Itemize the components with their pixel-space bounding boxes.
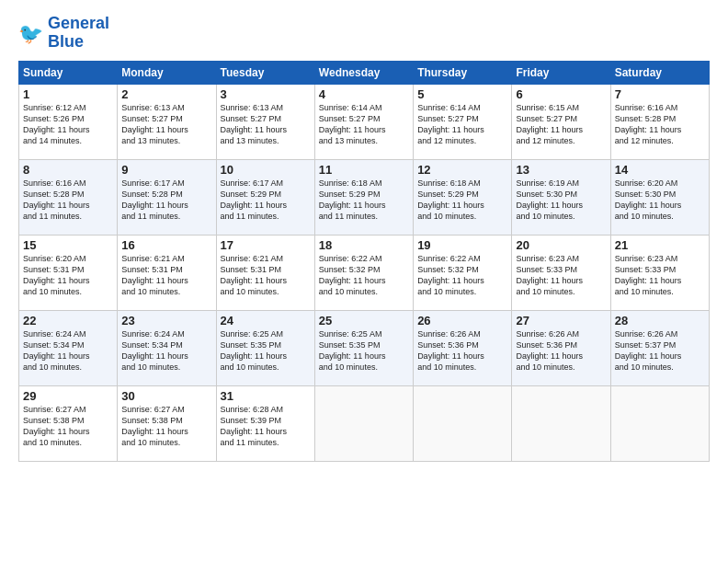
day-details: Sunrise: 6:18 AMSunset: 5:29 PMDaylight:…: [319, 178, 409, 223]
day-details: Sunrise: 6:16 AMSunset: 5:28 PMDaylight:…: [23, 178, 113, 223]
day-number: 31: [221, 389, 311, 403]
day-number: 2: [121, 87, 211, 101]
day-number: 22: [23, 314, 113, 327]
day-number: 4: [319, 87, 409, 101]
cal-cell-w0d6: 7Sunrise: 6:16 AMSunset: 5:28 PMDaylight…: [610, 84, 709, 159]
day-details: Sunrise: 6:22 AMSunset: 5:32 PMDaylight:…: [319, 253, 409, 298]
day-details: Sunrise: 6:25 AMSunset: 5:35 PMDaylight:…: [319, 328, 409, 373]
day-details: Sunrise: 6:21 AMSunset: 5:31 PMDaylight:…: [221, 253, 311, 298]
day-details: Sunrise: 6:22 AMSunset: 5:32 PMDaylight:…: [417, 253, 507, 298]
day-number: 23: [121, 314, 211, 327]
day-number: 21: [615, 238, 705, 252]
cal-cell-w1d4: 12Sunrise: 6:18 AMSunset: 5:29 PMDayligh…: [414, 159, 512, 235]
day-details: Sunrise: 6:24 AMSunset: 5:34 PMDaylight:…: [23, 328, 113, 373]
cal-cell-w3d6: 28Sunrise: 6:26 AMSunset: 5:37 PMDayligh…: [610, 310, 709, 385]
week-row-5: 29Sunrise: 6:27 AMSunset: 5:38 PMDayligh…: [19, 385, 710, 461]
day-number: 5: [417, 87, 507, 101]
cal-cell-w0d1: 2Sunrise: 6:13 AMSunset: 5:27 PMDaylight…: [118, 84, 216, 159]
header-row: SundayMondayTuesdayWednesdayThursdayFrid…: [19, 61, 710, 84]
cal-cell-w0d2: 3Sunrise: 6:13 AMSunset: 5:27 PMDaylight…: [216, 84, 314, 159]
day-details: Sunrise: 6:27 AMSunset: 5:38 PMDaylight:…: [23, 404, 113, 449]
day-number: 29: [23, 389, 113, 403]
day-number: 20: [516, 238, 606, 252]
cal-cell-w3d3: 25Sunrise: 6:25 AMSunset: 5:35 PMDayligh…: [314, 310, 413, 385]
day-details: Sunrise: 6:13 AMSunset: 5:27 PMDaylight:…: [221, 102, 311, 147]
day-details: Sunrise: 6:26 AMSunset: 5:37 PMDaylight:…: [615, 328, 705, 373]
cal-cell-w2d6: 21Sunrise: 6:23 AMSunset: 5:33 PMDayligh…: [610, 235, 709, 310]
logo-bird-icon: 🐦: [18, 20, 44, 46]
day-details: Sunrise: 6:20 AMSunset: 5:30 PMDaylight:…: [615, 178, 705, 223]
day-details: Sunrise: 6:15 AMSunset: 5:27 PMDaylight:…: [516, 102, 606, 147]
day-details: Sunrise: 6:14 AMSunset: 5:27 PMDaylight:…: [319, 102, 409, 147]
day-number: 24: [221, 314, 311, 327]
day-number: 27: [516, 314, 606, 327]
day-number: 3: [221, 87, 311, 101]
day-details: Sunrise: 6:13 AMSunset: 5:27 PMDaylight:…: [121, 102, 211, 147]
day-number: 25: [319, 314, 409, 327]
day-details: Sunrise: 6:18 AMSunset: 5:29 PMDaylight:…: [417, 178, 507, 223]
cal-cell-w3d0: 22Sunrise: 6:24 AMSunset: 5:34 PMDayligh…: [19, 310, 118, 385]
logo: 🐦 General Blue: [18, 15, 109, 52]
day-number: 12: [417, 163, 507, 177]
cal-cell-w0d0: 1Sunrise: 6:12 AMSunset: 5:26 PMDaylight…: [19, 84, 118, 159]
day-number: 11: [319, 163, 409, 177]
col-header-sunday: Sunday: [19, 61, 118, 84]
cal-cell-w2d0: 15Sunrise: 6:20 AMSunset: 5:31 PMDayligh…: [19, 235, 118, 310]
col-header-friday: Friday: [512, 61, 610, 84]
cal-cell-w4d1: 30Sunrise: 6:27 AMSunset: 5:38 PMDayligh…: [118, 385, 216, 461]
week-row-1: 1Sunrise: 6:12 AMSunset: 5:26 PMDaylight…: [19, 84, 710, 159]
cal-cell-w3d5: 27Sunrise: 6:26 AMSunset: 5:36 PMDayligh…: [512, 310, 610, 385]
day-number: 9: [121, 163, 211, 177]
day-number: 30: [121, 389, 211, 403]
day-number: 1: [23, 87, 113, 101]
cal-cell-w4d2: 31Sunrise: 6:28 AMSunset: 5:39 PMDayligh…: [216, 385, 314, 461]
cal-cell-w3d1: 23Sunrise: 6:24 AMSunset: 5:34 PMDayligh…: [118, 310, 216, 385]
col-header-saturday: Saturday: [610, 61, 709, 84]
cal-cell-w0d4: 5Sunrise: 6:14 AMSunset: 5:27 PMDaylight…: [414, 84, 512, 159]
cal-cell-w4d6: [610, 385, 709, 461]
cal-cell-w1d1: 9Sunrise: 6:17 AMSunset: 5:28 PMDaylight…: [118, 159, 216, 235]
cal-cell-w1d3: 11Sunrise: 6:18 AMSunset: 5:29 PMDayligh…: [314, 159, 413, 235]
day-details: Sunrise: 6:16 AMSunset: 5:28 PMDaylight:…: [615, 102, 705, 147]
day-number: 15: [23, 238, 113, 252]
day-number: 17: [221, 238, 311, 252]
cal-cell-w4d3: [314, 385, 413, 461]
day-number: 14: [615, 163, 705, 177]
col-header-thursday: Thursday: [414, 61, 512, 84]
week-row-2: 8Sunrise: 6:16 AMSunset: 5:28 PMDaylight…: [19, 159, 710, 235]
cal-cell-w0d3: 4Sunrise: 6:14 AMSunset: 5:27 PMDaylight…: [314, 84, 413, 159]
week-row-3: 15Sunrise: 6:20 AMSunset: 5:31 PMDayligh…: [19, 235, 710, 310]
day-details: Sunrise: 6:12 AMSunset: 5:26 PMDaylight:…: [23, 102, 113, 147]
cal-cell-w1d2: 10Sunrise: 6:17 AMSunset: 5:29 PMDayligh…: [216, 159, 314, 235]
col-header-tuesday: Tuesday: [216, 61, 314, 84]
day-details: Sunrise: 6:14 AMSunset: 5:27 PMDaylight:…: [417, 102, 507, 147]
day-details: Sunrise: 6:28 AMSunset: 5:39 PMDaylight:…: [221, 404, 311, 449]
day-details: Sunrise: 6:23 AMSunset: 5:33 PMDaylight:…: [516, 253, 606, 298]
day-details: Sunrise: 6:21 AMSunset: 5:31 PMDaylight:…: [121, 253, 211, 298]
col-header-wednesday: Wednesday: [314, 61, 413, 84]
cal-cell-w4d0: 29Sunrise: 6:27 AMSunset: 5:38 PMDayligh…: [19, 385, 118, 461]
cal-cell-w2d3: 18Sunrise: 6:22 AMSunset: 5:32 PMDayligh…: [314, 235, 413, 310]
day-details: Sunrise: 6:23 AMSunset: 5:33 PMDaylight:…: [615, 253, 705, 298]
logo-text: General Blue: [48, 15, 109, 52]
col-header-monday: Monday: [118, 61, 216, 84]
cal-cell-w1d5: 13Sunrise: 6:19 AMSunset: 5:30 PMDayligh…: [512, 159, 610, 235]
day-number: 26: [417, 314, 507, 327]
page: 🐦 General Blue SundayMondayTuesdayWednes…: [0, 0, 728, 563]
day-details: Sunrise: 6:26 AMSunset: 5:36 PMDaylight:…: [516, 328, 606, 373]
svg-text:🐦: 🐦: [18, 21, 44, 46]
cal-cell-w2d1: 16Sunrise: 6:21 AMSunset: 5:31 PMDayligh…: [118, 235, 216, 310]
cal-cell-w2d4: 19Sunrise: 6:22 AMSunset: 5:32 PMDayligh…: [414, 235, 512, 310]
day-number: 8: [23, 163, 113, 177]
day-number: 16: [121, 238, 211, 252]
day-number: 19: [417, 238, 507, 252]
calendar-table: SundayMondayTuesdayWednesdayThursdayFrid…: [18, 61, 710, 462]
cal-cell-w2d5: 20Sunrise: 6:23 AMSunset: 5:33 PMDayligh…: [512, 235, 610, 310]
day-details: Sunrise: 6:25 AMSunset: 5:35 PMDaylight:…: [221, 328, 311, 373]
day-details: Sunrise: 6:24 AMSunset: 5:34 PMDaylight:…: [121, 328, 211, 373]
day-number: 13: [516, 163, 606, 177]
day-details: Sunrise: 6:17 AMSunset: 5:28 PMDaylight:…: [121, 178, 211, 223]
day-details: Sunrise: 6:26 AMSunset: 5:36 PMDaylight:…: [417, 328, 507, 373]
cal-cell-w4d4: [414, 385, 512, 461]
cal-cell-w1d0: 8Sunrise: 6:16 AMSunset: 5:28 PMDaylight…: [19, 159, 118, 235]
